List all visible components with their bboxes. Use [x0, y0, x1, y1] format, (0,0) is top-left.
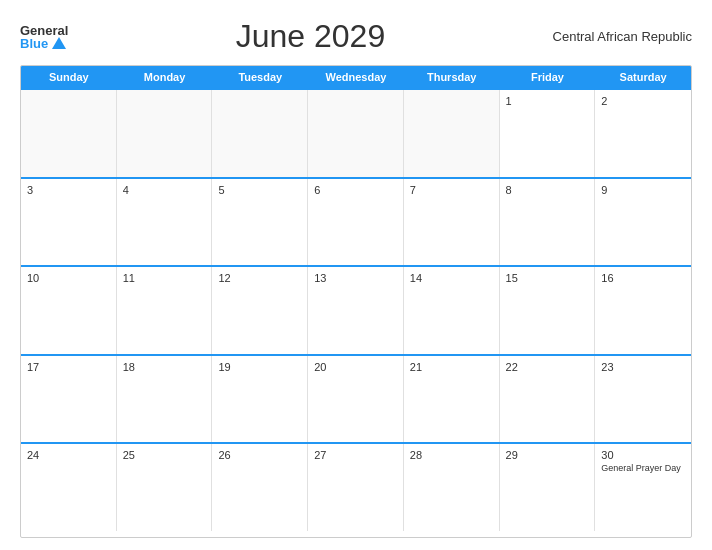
day-number: 22 — [506, 361, 589, 373]
day-number: 6 — [314, 184, 397, 196]
day-number: 21 — [410, 361, 493, 373]
weekday-header-friday: Friday — [500, 66, 596, 88]
calendar-cell-r0-c2 — [212, 90, 308, 177]
calendar-cell-r1-c1: 4 — [117, 179, 213, 266]
calendar-cell-r4-c0: 24 — [21, 444, 117, 531]
day-number: 3 — [27, 184, 110, 196]
day-number: 13 — [314, 272, 397, 284]
day-number: 27 — [314, 449, 397, 461]
day-number: 28 — [410, 449, 493, 461]
calendar-cell-r0-c4 — [404, 90, 500, 177]
calendar-cell-r4-c4: 28 — [404, 444, 500, 531]
day-number: 29 — [506, 449, 589, 461]
day-number: 16 — [601, 272, 685, 284]
logo-general-text: General — [20, 24, 68, 37]
day-number: 25 — [123, 449, 206, 461]
calendar-body: 1234567891011121314151617181920212223242… — [21, 88, 691, 531]
calendar-cell-r2-c0: 10 — [21, 267, 117, 354]
day-number: 11 — [123, 272, 206, 284]
weekday-header-thursday: Thursday — [404, 66, 500, 88]
day-number: 10 — [27, 272, 110, 284]
calendar-cell-r0-c5: 1 — [500, 90, 596, 177]
day-number: 2 — [601, 95, 685, 107]
day-number: 8 — [506, 184, 589, 196]
calendar-cell-r2-c4: 14 — [404, 267, 500, 354]
calendar-row-1: 3456789 — [21, 177, 691, 266]
calendar-cell-r3-c4: 21 — [404, 356, 500, 443]
calendar-cell-r0-c6: 2 — [595, 90, 691, 177]
day-number: 18 — [123, 361, 206, 373]
calendar-cell-r1-c5: 8 — [500, 179, 596, 266]
weekday-header-monday: Monday — [117, 66, 213, 88]
day-number: 4 — [123, 184, 206, 196]
calendar-cell-r2-c2: 12 — [212, 267, 308, 354]
header: General Blue June 2029 Central African R… — [20, 18, 692, 55]
day-number: 17 — [27, 361, 110, 373]
calendar-cell-r3-c5: 22 — [500, 356, 596, 443]
day-number: 19 — [218, 361, 301, 373]
calendar-row-3: 17181920212223 — [21, 354, 691, 443]
day-number: 15 — [506, 272, 589, 284]
day-number: 14 — [410, 272, 493, 284]
calendar-cell-r2-c3: 13 — [308, 267, 404, 354]
day-number: 20 — [314, 361, 397, 373]
logo-triangle-icon — [52, 37, 66, 49]
calendar-cell-r0-c3 — [308, 90, 404, 177]
calendar-header: SundayMondayTuesdayWednesdayThursdayFrid… — [21, 66, 691, 88]
event-label: General Prayer Day — [601, 463, 685, 475]
day-number: 9 — [601, 184, 685, 196]
day-number: 30 — [601, 449, 685, 461]
day-number: 1 — [506, 95, 589, 107]
calendar-cell-r1-c0: 3 — [21, 179, 117, 266]
calendar-cell-r0-c0 — [21, 90, 117, 177]
logo: General Blue — [20, 24, 68, 50]
day-number: 12 — [218, 272, 301, 284]
calendar-cell-r1-c6: 9 — [595, 179, 691, 266]
calendar-cell-r2-c5: 15 — [500, 267, 596, 354]
calendar-cell-r4-c3: 27 — [308, 444, 404, 531]
month-title: June 2029 — [68, 18, 552, 55]
calendar-cell-r2-c1: 11 — [117, 267, 213, 354]
calendar-row-0: 12 — [21, 88, 691, 177]
calendar-cell-r2-c6: 16 — [595, 267, 691, 354]
calendar-cell-r3-c1: 18 — [117, 356, 213, 443]
weekday-header-sunday: Sunday — [21, 66, 117, 88]
day-number: 26 — [218, 449, 301, 461]
calendar-row-4: 24252627282930General Prayer Day — [21, 442, 691, 531]
weekday-header-tuesday: Tuesday — [212, 66, 308, 88]
calendar-row-2: 10111213141516 — [21, 265, 691, 354]
calendar-cell-r3-c0: 17 — [21, 356, 117, 443]
calendar-cell-r1-c3: 6 — [308, 179, 404, 266]
calendar-cell-r4-c1: 25 — [117, 444, 213, 531]
calendar: SundayMondayTuesdayWednesdayThursdayFrid… — [20, 65, 692, 538]
page: General Blue June 2029 Central African R… — [0, 0, 712, 550]
day-number: 7 — [410, 184, 493, 196]
day-number: 5 — [218, 184, 301, 196]
day-number: 24 — [27, 449, 110, 461]
calendar-cell-r4-c5: 29 — [500, 444, 596, 531]
calendar-cell-r3-c3: 20 — [308, 356, 404, 443]
calendar-cell-r4-c6: 30General Prayer Day — [595, 444, 691, 531]
country-label: Central African Republic — [553, 29, 692, 44]
calendar-cell-r1-c4: 7 — [404, 179, 500, 266]
calendar-cell-r3-c6: 23 — [595, 356, 691, 443]
calendar-cell-r1-c2: 5 — [212, 179, 308, 266]
calendar-cell-r0-c1 — [117, 90, 213, 177]
calendar-cell-r3-c2: 19 — [212, 356, 308, 443]
logo-blue-text: Blue — [20, 37, 68, 50]
weekday-header-wednesday: Wednesday — [308, 66, 404, 88]
weekday-header-saturday: Saturday — [595, 66, 691, 88]
day-number: 23 — [601, 361, 685, 373]
calendar-cell-r4-c2: 26 — [212, 444, 308, 531]
